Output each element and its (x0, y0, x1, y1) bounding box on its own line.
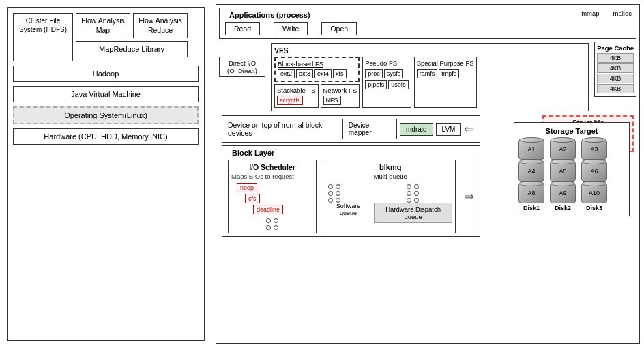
top-boxes-row: Cluster File System (HDFS) Flow Analysis… (13, 13, 199, 61)
dot-1 (266, 218, 271, 223)
mmap-label: mmap (581, 10, 599, 17)
special-fs-box: Special Purpose FS ramfs tmpfs (414, 57, 477, 108)
applications-section: Applications (process) mmap malloc Read … (219, 8, 636, 39)
hw-dot-2 (414, 184, 419, 189)
apps-buttons-row: Read Write Open (225, 22, 630, 35)
fs-items-row: ext2 ext3 ext4 xfs (278, 69, 356, 78)
open-button[interactable]: Open (321, 22, 357, 35)
stackable-fs-box: Stackable FS ecryptfs (274, 84, 319, 108)
ext2-item: ext2 (278, 69, 295, 78)
cluster-fs-box: Cluster File System (HDFS) (13, 13, 73, 61)
sw-dots (328, 184, 368, 203)
disk1-a1: A1 (518, 139, 544, 160)
hardware-box: Hardware (CPU, HDD, Memory, NIC) (13, 128, 199, 145)
flow-reduce-box: Flow Analysis Reduce (133, 13, 188, 38)
disk2-a5: A5 (550, 161, 576, 182)
disk-top-1 (519, 137, 544, 143)
hw-dot-6 (414, 198, 419, 203)
storage-arrow: ⇒ (464, 160, 474, 233)
nfs-item: NFS (323, 96, 341, 105)
disk-top-5 (551, 159, 575, 164)
write-button[interactable]: Write (274, 22, 308, 35)
hw-dot-1 (407, 184, 411, 189)
page-cache-4kb-2: 4KB (597, 63, 634, 73)
pseudo-fs-box: Pseudo FS proc sysfs pipefs usbfs (362, 57, 411, 108)
disk-top-4 (519, 159, 544, 164)
mapreduce-box: MapReduce Library (76, 41, 188, 57)
malloc-label: malloc (613, 10, 632, 17)
disk1-name: Disk1 (523, 205, 540, 212)
dot-4 (274, 225, 278, 230)
network-label: Network FS (323, 87, 357, 94)
mmap-malloc-labels: mmap malloc (581, 10, 632, 17)
disk2-a9: A9 (550, 183, 576, 203)
disk2-a2: A2 (550, 139, 576, 160)
pseudo-label: Pseudo FS (365, 59, 409, 67)
block-layer-section: Block Layer I/O Scheduler Maps BIOs to r… (222, 145, 480, 237)
pipefs-item: pipefs (365, 80, 387, 89)
read-button[interactable]: Read (225, 22, 260, 35)
fs-columns: Block-based FS ext2 ext3 ext4 xfs (274, 57, 585, 108)
right-inner-box: Applications (process) mmap malloc Read … (216, 4, 640, 344)
disk-top-3 (582, 137, 606, 143)
disk1-col: A1 A4 A8 Disk1 (518, 139, 544, 212)
special-label: Special Purpose FS (417, 59, 474, 67)
page-cache-title: Page Cache (597, 44, 634, 52)
double-arrow-icon: ⇐ (464, 121, 474, 136)
sw-dot-4 (336, 191, 340, 196)
storage-section: Storage Target A1 A4 (514, 122, 630, 216)
page-cache-rows: 4KB 4KB 4KB 4KB (597, 53, 634, 93)
hw-dot-4 (414, 191, 419, 196)
flow-boxes: Flow Analysis Map Flow Analysis Reduce (76, 13, 188, 38)
ecryptfs-row: ecryptfs (277, 96, 316, 105)
hadoop-box: Hadoop (13, 66, 199, 82)
device-section: Device on top of normal block devices De… (222, 115, 480, 143)
sw-hw-row: Software queue (328, 184, 452, 223)
scheduler-items: noop cfs deadline (231, 183, 313, 214)
sw-col: Software queue (328, 184, 368, 216)
page-cache-4kb-1: 4KB (597, 53, 634, 63)
block-fs-box: Block-based FS ext2 ext3 ext4 xfs (274, 57, 360, 82)
ext3-item: ext3 (296, 69, 313, 78)
device-mapper-btn[interactable]: Device mapper (342, 119, 397, 139)
disk2-name: Disk2 (555, 205, 571, 212)
cfs-item: cfs (245, 194, 260, 203)
page-cache-4kb-3: 4KB (597, 74, 634, 83)
pseudo-row-2: pipefs usbfs (365, 80, 409, 89)
deadline-item: deadline (253, 205, 283, 214)
io-dots (231, 218, 313, 230)
vfs-content-row: VFS Block-based FS ext2 ext3 (268, 42, 636, 113)
sw-dot-6 (336, 198, 340, 203)
ecryptfs-item: ecryptfs (277, 96, 303, 105)
maps-bios: Maps BIOs to request (231, 173, 313, 180)
hw-dispatch: Hardware Dispatch queue (374, 203, 453, 223)
dot-3 (266, 225, 271, 230)
io-scheduler-box: I/O Scheduler Maps BIOs to request noop … (228, 160, 317, 233)
jvm-box: Java Virtual Machine (13, 86, 199, 102)
disk-top-10 (582, 181, 606, 186)
vfs-label: VFS (274, 46, 585, 55)
flow-analysis-group: Flow Analysis Map Flow Analysis Reduce M… (76, 13, 188, 61)
disk3-a10: A10 (581, 183, 607, 203)
left-panel: Cluster File System (HDFS) Flow Analysis… (0, 0, 211, 348)
main-fs-row: Direct I/O (O_Direct) VFS Block-based FS (219, 42, 636, 113)
lvm-btn[interactable]: LVM (436, 123, 462, 136)
os-box: Operating System(Linux) (13, 106, 199, 124)
sw-dot-1 (328, 184, 333, 189)
multi-queue: Multi queue (328, 173, 452, 180)
disk3-col: A3 A6 A10 Disk3 (581, 139, 607, 212)
disk2-col: A2 A5 A9 Disk2 (550, 139, 576, 212)
mdraid-btn[interactable]: mdraid (400, 123, 433, 136)
page-cache-4kb-4: 4KB (597, 84, 634, 93)
sw-dot-5 (328, 198, 333, 203)
disk-top-8 (519, 181, 544, 186)
proc-item: proc (365, 69, 383, 78)
disk1-a8: A8 (518, 183, 544, 203)
vfs-box: VFS Block-based FS ext2 ext3 (271, 43, 589, 111)
io-dot-grid (266, 218, 279, 230)
stackable-label: Stackable FS (277, 87, 316, 94)
device-title: Device on top of normal block devices (228, 121, 340, 137)
hw-dot-5 (407, 198, 411, 203)
usbfs-item: usbfs (388, 80, 409, 89)
stackable-network-row: Stackable FS ecryptfs Network FS (274, 84, 360, 108)
